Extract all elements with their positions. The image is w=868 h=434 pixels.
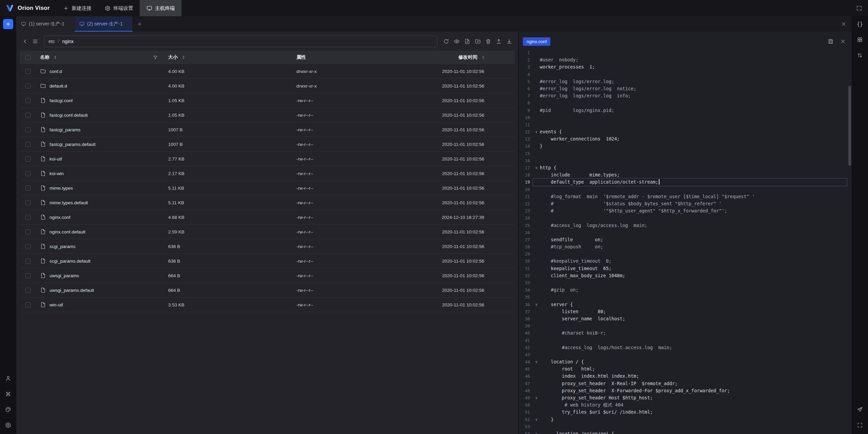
code-line[interactable]: 27 sendfile on; [519,236,852,243]
code-line[interactable]: 19 default_type application/octet-stream… [519,178,852,186]
code-line[interactable]: 33 [519,279,852,286]
path-current-segment[interactable]: nginx [62,39,74,44]
code-line[interactable]: 38 server_name localhost; [519,315,852,322]
file-name[interactable]: mime.types [50,186,73,191]
file-name[interactable]: nginx.conf.default [50,229,85,234]
row-checkbox[interactable] [25,113,31,118]
row-checkbox[interactable] [25,69,31,74]
code-line[interactable]: 37 listen 80; [519,308,852,315]
code-line[interactable]: 41 [519,337,852,344]
fold-chevron-icon[interactable]: ∨ [533,394,540,401]
row-checkbox[interactable] [25,288,31,293]
code-line[interactable]: 5#error_log logs/error.log; [519,78,852,85]
save-icon[interactable] [826,37,835,46]
table-row[interactable]: mime.types.default 5.11 KB -rw-r--r-- 20… [20,195,515,210]
code-line[interactable]: 29 [519,250,852,258]
grid-layout-icon[interactable] [855,35,865,44]
code-line[interactable]: 6#error_log logs/error.log notice; [519,85,852,92]
menu-terminal-settings[interactable]: 终端设置 [98,0,140,16]
fold-chevron-icon[interactable]: ∨ [533,416,540,423]
fold-chevron-icon[interactable]: ∨ [533,164,540,171]
file-name[interactable]: fastcgi.conf.default [50,113,88,118]
sort-name-icon[interactable] [54,56,56,59]
sort-mtime-icon[interactable] [482,56,484,59]
code-line[interactable]: 36∨ server { [519,301,852,308]
row-checkbox[interactable] [25,215,31,220]
code-line[interactable]: 21 #log_format main '$remote_addr - $rem… [519,193,852,200]
table-row[interactable]: default.d 4.00 KB drwxr-xr-x 2020-11-01 … [20,79,515,93]
code-line[interactable]: 2#user nobody; [519,56,852,63]
table-row[interactable]: nginx.conf.default 2.59 KB -rw-r--r-- 20… [20,225,515,239]
list-view-icon[interactable] [31,37,40,46]
table-row[interactable]: uwsgi_params 664 B -rw-r--r-- 2020-11-01… [20,268,515,283]
code-line[interactable]: 45 root html; [519,365,852,373]
file-name[interactable]: koi-win [50,171,64,176]
code-editor[interactable]: 12#user nobody;3worker_processes 1;45#er… [519,49,852,434]
row-checkbox[interactable] [25,171,31,176]
fullscreen-icon[interactable] [854,3,864,13]
table-row[interactable]: uwsgi_params.default 664 B -rw-r--r-- 20… [20,283,515,298]
row-checkbox[interactable] [25,127,31,132]
select-all-checkbox[interactable] [25,55,31,60]
scrollbar-thumb[interactable] [848,86,851,166]
tab-server-2[interactable]: (2) server-生产-1 [75,16,133,32]
row-checkbox[interactable] [25,273,31,278]
code-line[interactable]: 11 [519,121,852,128]
file-name[interactable]: default.d [50,83,67,89]
new-file-icon[interactable] [462,37,472,46]
close-editor-icon[interactable] [838,37,848,46]
upload-icon[interactable] [494,37,504,46]
row-checkbox[interactable] [25,156,31,162]
fold-chevron-icon[interactable]: ∨ [533,128,540,135]
code-line[interactable]: 40 #charset koi8-r; [519,329,852,337]
sort-size-icon[interactable] [182,56,184,59]
table-row[interactable]: koi-utf 2.77 KB -rw-r--r-- 2020-11-01 10… [20,152,515,166]
code-line[interactable]: 49∨ proxy_set_header Host $http_host; [519,394,852,401]
table-row[interactable]: scgi_params 636 B -rw-r--r-- 2020-11-01 … [20,239,515,254]
code-line[interactable]: 24 [519,214,852,222]
new-session-button[interactable] [3,19,13,29]
file-name[interactable]: fastcgi.conf [50,98,73,103]
code-line[interactable]: 7#error_log logs/error.log info; [519,92,852,99]
code-line[interactable]: 51 try_files $uri $uri/ /index.html; [519,409,852,416]
code-line[interactable]: 32 client_max_body_size 1048m; [519,272,852,279]
code-line[interactable]: 22 # '$status $body_bytes_sent "$http_re… [519,200,852,207]
table-row[interactable]: conf.d 4.00 KB drwxr-xr-x 2020-11-01 10:… [20,64,515,79]
code-line[interactable]: 28 #tcp_nopush on; [519,243,852,250]
code-line[interactable]: 4 [519,71,852,78]
code-line[interactable]: 9#pid logs/nginx.pid; [519,107,852,114]
file-name[interactable]: fastcgi_params.default [50,142,96,147]
back-icon[interactable] [20,37,30,46]
code-line[interactable]: 30 #keepalive_timeout 0; [519,258,852,265]
row-checkbox[interactable] [25,200,31,205]
code-line[interactable]: 43 [519,351,852,358]
code-line[interactable]: 31 keepalive_timeout 65; [519,265,852,272]
path-segment[interactable]: etc [48,39,55,44]
row-checkbox[interactable] [25,83,31,89]
app-logo[interactable]: Orion Visor [0,0,56,16]
code-line[interactable]: 46 index index.html index.htm; [519,373,852,380]
code-line[interactable]: 26 [519,229,852,236]
code-line[interactable]: 3worker_processes 1; [519,63,852,71]
file-name[interactable]: koi-utf [50,156,62,162]
file-name[interactable]: uwsgi_params.default [50,288,94,293]
code-line[interactable]: 47 proxy_set_header X-Real-IP $remote_ad… [519,380,852,387]
settings-gear-icon[interactable] [3,420,13,430]
code-line[interactable]: 17∨http { [519,164,852,171]
code-line[interactable]: 10 [519,114,852,121]
theme-icon[interactable] [3,405,13,414]
table-row[interactable]: fastcgi.conf.default 1.05 KB -rw-r--r-- … [20,108,515,122]
code-line[interactable]: 53 [519,423,852,430]
file-name[interactable]: conf.d [50,69,62,74]
tab-server-1[interactable]: (1) server-生产-1 [16,16,75,32]
close-panel-icon[interactable] [839,19,848,29]
delete-trash-icon[interactable] [484,37,493,46]
table-row[interactable]: win-utf 3.53 KB -rw-r--r-- 2020-11-01 10… [20,298,515,312]
row-checkbox[interactable] [25,142,31,147]
table-row[interactable]: fastcgi.conf 1.05 KB -rw-r--r-- 2020-11-… [20,93,515,108]
code-line[interactable]: 20 [519,186,852,193]
file-name[interactable]: fastcgi_params [50,127,81,132]
row-checkbox[interactable] [25,302,31,307]
braces-icon[interactable]: {} [855,19,865,29]
fold-chevron-icon[interactable]: ∨ [533,358,540,365]
